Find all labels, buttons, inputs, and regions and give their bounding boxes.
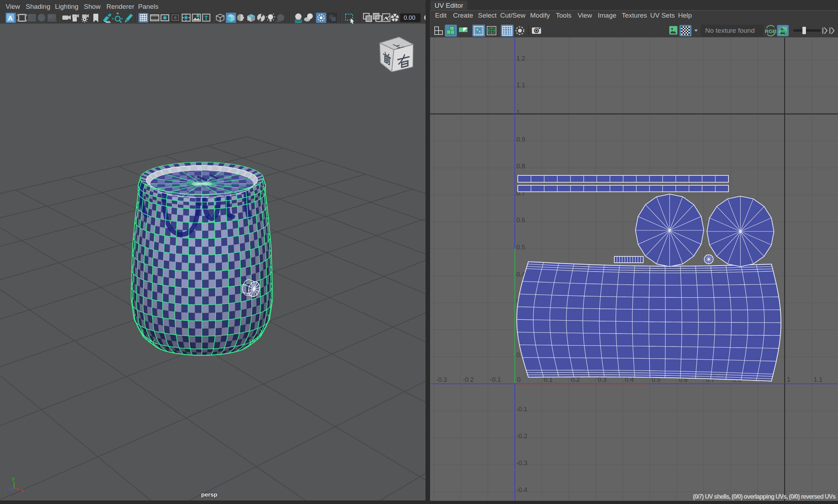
svg-text:y: y <box>12 476 15 481</box>
svg-text:0.8: 0.8 <box>516 163 525 170</box>
svg-text:-0.2: -0.2 <box>516 433 527 440</box>
svg-text:-0.3: -0.3 <box>436 376 447 383</box>
svg-text:A: A <box>8 14 13 22</box>
svg-text:0.6: 0.6 <box>516 217 525 224</box>
svg-text:1: 1 <box>787 376 790 383</box>
svg-text:(0/7) UV shells, (0/0) overlap: (0/7) UV shells, (0/0) overlapping UVs, … <box>693 493 836 500</box>
svg-text:x: x <box>21 488 24 493</box>
svg-text:1.1: 1.1 <box>516 82 525 89</box>
svg-text:-0.3: -0.3 <box>516 460 527 467</box>
svg-text:No texture found: No texture found <box>705 27 755 34</box>
svg-text:0.9: 0.9 <box>516 136 525 143</box>
svg-text:z: z <box>5 485 7 491</box>
svg-text:-0.4: -0.4 <box>516 486 527 493</box>
svg-text:1.1: 1.1 <box>814 376 823 383</box>
svg-text:T: T <box>205 15 208 21</box>
svg-text:-0.2: -0.2 <box>463 376 474 383</box>
svg-text:persp: persp <box>201 491 217 498</box>
svg-text:-0.1: -0.1 <box>516 406 527 413</box>
svg-text:-0.1: -0.1 <box>490 376 501 383</box>
svg-text:0.00: 0.00 <box>404 14 415 21</box>
svg-text:RGB: RGB <box>765 28 777 34</box>
svg-text:1: 1 <box>516 109 520 116</box>
svg-text:1.2: 1.2 <box>516 55 525 62</box>
svg-text:0: 0 <box>517 376 521 383</box>
svg-text:0.5: 0.5 <box>516 244 525 251</box>
